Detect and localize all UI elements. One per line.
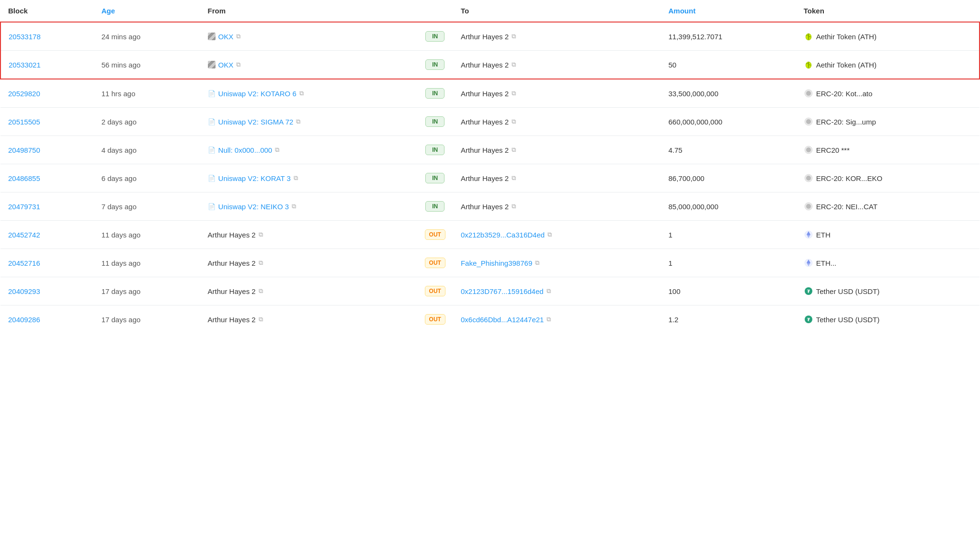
to-link[interactable]: 0x212b3529...Ca316D4ed: [461, 231, 545, 239]
from-link[interactable]: OKX: [218, 33, 234, 41]
direction-cell: IN: [417, 164, 453, 192]
block-link[interactable]: 20498750: [8, 146, 40, 154]
direction-cell: IN: [417, 79, 453, 108]
copy-from-icon[interactable]: ⧉: [292, 203, 296, 210]
age-cell: 11 days ago: [94, 221, 200, 249]
col-amount[interactable]: Amount: [661, 0, 796, 22]
copy-to-icon[interactable]: ⧉: [547, 316, 551, 323]
age-cell: 24 mins ago: [94, 22, 200, 51]
block-link[interactable]: 20409293: [8, 287, 40, 295]
from-cell: OKX⧉: [200, 22, 417, 51]
table-row: 2040929317 days agoArthur Hayes 2⧉OUT0x2…: [0, 277, 980, 305]
block-link[interactable]: 20409286: [8, 316, 40, 324]
age-cell: 7 days ago: [94, 192, 200, 221]
token-name: ERC-20: KOR...EKO: [816, 174, 882, 182]
copy-to-icon[interactable]: ⧉: [547, 287, 551, 295]
from-cell: Arthur Hayes 2⧉: [200, 305, 417, 334]
copy-from-icon[interactable]: ⧉: [259, 287, 263, 295]
from-link[interactable]: Uniswap V2: KOTARO 6: [218, 90, 296, 98]
copy-to-icon[interactable]: ⧉: [512, 33, 516, 40]
from-cell: Arthur Hayes 2⧉: [200, 277, 417, 305]
copy-from-icon[interactable]: ⧉: [236, 61, 240, 68]
copy-from-icon[interactable]: ⧉: [259, 259, 263, 267]
from-cell: Arthur Hayes 2⧉: [200, 249, 417, 277]
block-link[interactable]: 20486855: [8, 174, 40, 182]
direction-cell: OUT: [417, 305, 453, 334]
copy-to-icon[interactable]: ⧉: [512, 146, 516, 154]
amount-cell: 1: [661, 249, 796, 277]
from-cell: OKX⧉: [200, 51, 417, 79]
from-link[interactable]: Uniswap V2: SIGMA 72: [218, 118, 294, 126]
age-text: 7 days ago: [102, 203, 137, 211]
to-link[interactable]: 0x6cd66Dbd...A12447e21: [461, 316, 544, 324]
table-row: 2053317824 mins agoOKX⧉INArthur Hayes 2⧉…: [0, 22, 980, 51]
amount-cell: 50: [661, 51, 796, 79]
token-icon: ₮: [804, 286, 813, 296]
table-row: 2053302156 mins agoOKX⧉INArthur Hayes 2⧉…: [0, 51, 980, 79]
copy-from-icon[interactable]: ⧉: [299, 90, 304, 97]
age-text: 2 days ago: [102, 118, 137, 126]
direction-badge: OUT: [425, 229, 445, 240]
token-icon: [804, 202, 813, 211]
token-cell: Aethir Token (ATH): [796, 22, 980, 51]
to-link[interactable]: Fake_Phishing398769: [461, 259, 532, 267]
age-cell: 17 days ago: [94, 277, 200, 305]
block-link[interactable]: 20479731: [8, 203, 40, 211]
to-cell: Arthur Hayes 2⧉: [453, 192, 661, 221]
okx-icon: [208, 33, 216, 40]
col-age[interactable]: Age: [94, 0, 200, 22]
amount-value: 85,000,000,000: [669, 203, 718, 211]
copy-from-icon[interactable]: ⧉: [294, 174, 298, 182]
contract-icon: 📄: [208, 203, 216, 210]
block-cell: 20486855: [0, 164, 94, 192]
from-link[interactable]: Uniswap V2: NEIKO 3: [218, 203, 289, 211]
table-row: 2040928617 days agoArthur Hayes 2⧉OUT0x6…: [0, 305, 980, 334]
from-link[interactable]: Uniswap V2: KORAT 3: [218, 174, 291, 182]
to-cell: Arthur Hayes 2⧉: [453, 136, 661, 164]
token-icon: [804, 60, 813, 69]
token-cell: ETH: [796, 221, 980, 249]
block-link[interactable]: 20533178: [9, 33, 41, 41]
copy-to-icon[interactable]: ⧉: [547, 231, 552, 238]
block-link[interactable]: 20515505: [8, 118, 40, 126]
svg-text:₮: ₮: [807, 289, 810, 294]
token-name: Tether USD (USDT): [816, 316, 880, 324]
amount-value: 100: [669, 287, 681, 295]
age-cell: 17 days ago: [94, 305, 200, 334]
block-link[interactable]: 20452742: [8, 231, 40, 239]
age-text: 17 days ago: [102, 316, 141, 324]
token-name: ETH: [816, 231, 831, 239]
amount-cell: 4.75: [661, 136, 796, 164]
direction-badge: IN: [425, 145, 444, 155]
block-link[interactable]: 20529820: [8, 90, 40, 98]
copy-from-icon[interactable]: ⧉: [275, 146, 279, 154]
direction-badge: OUT: [425, 286, 445, 296]
copy-from-icon[interactable]: ⧉: [259, 316, 263, 323]
to-text: Arthur Hayes 2: [461, 146, 509, 154]
copy-from-icon[interactable]: ⧉: [236, 33, 240, 40]
transactions-table: Block Age From To Amount Token 205331782…: [0, 0, 980, 333]
to-cell: Arthur Hayes 2⧉: [453, 79, 661, 108]
copy-to-icon[interactable]: ⧉: [512, 203, 516, 210]
copy-from-icon[interactable]: ⧉: [259, 231, 263, 238]
to-link[interactable]: 0x2123D767...15916d4ed: [461, 287, 544, 295]
table-row: 204797317 days ago📄Uniswap V2: NEIKO 3⧉I…: [0, 192, 980, 221]
svg-point-3: [806, 91, 811, 96]
from-cell: 📄Uniswap V2: KORAT 3⧉: [200, 164, 417, 192]
block-link[interactable]: 20452716: [8, 259, 40, 267]
copy-from-icon[interactable]: ⧉: [296, 118, 300, 125]
from-cell: 📄Uniswap V2: SIGMA 72⧉: [200, 108, 417, 136]
copy-to-icon[interactable]: ⧉: [512, 174, 516, 182]
direction-cell: IN: [417, 136, 453, 164]
copy-to-icon[interactable]: ⧉: [512, 90, 516, 97]
token-icon: ₮: [804, 315, 813, 324]
token-cell: ₮Tether USD (USDT): [796, 277, 980, 305]
block-link[interactable]: 20533021: [9, 61, 41, 69]
copy-to-icon[interactable]: ⧉: [512, 61, 516, 68]
from-link[interactable]: OKX: [218, 61, 234, 69]
copy-to-icon[interactable]: ⧉: [535, 259, 539, 267]
copy-to-icon[interactable]: ⧉: [512, 118, 516, 125]
token-cell: Aethir Token (ATH): [796, 51, 980, 79]
from-link[interactable]: Null: 0x000...000: [218, 146, 273, 154]
col-block: Block: [0, 0, 94, 22]
